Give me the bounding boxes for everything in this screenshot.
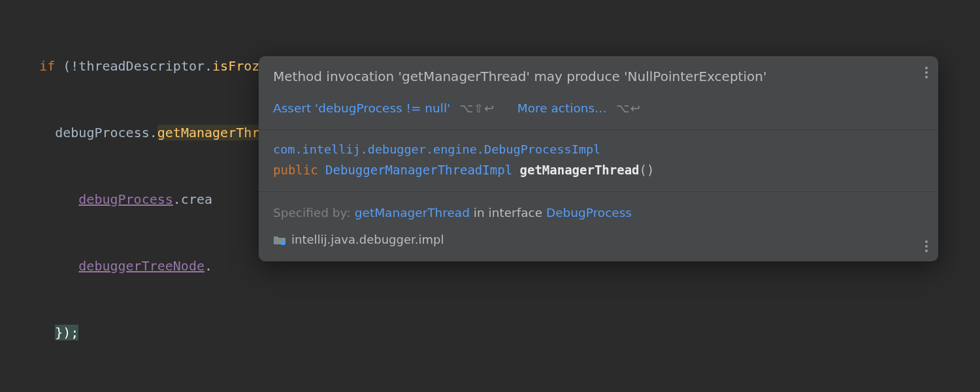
quickfix-more-actions[interactable]: More actions… xyxy=(517,101,607,115)
svg-point-5 xyxy=(925,245,928,248)
popup-warning-section: Method invocation 'getManagerThread' may… xyxy=(259,56,938,130)
more-options-icon[interactable] xyxy=(925,240,928,252)
return-type-link[interactable]: DebuggerManagerThreadImpl xyxy=(325,163,512,177)
specified-by-interface[interactable]: DebugProcess xyxy=(546,206,632,220)
specified-by-method[interactable]: getManagerThread xyxy=(355,206,470,220)
reference-link[interactable]: debuggerTreeNode xyxy=(78,258,204,274)
reference-link[interactable]: debugProcess xyxy=(78,191,173,207)
method-name: getManagerThread xyxy=(520,163,640,177)
bracket-close: }); xyxy=(55,325,78,340)
quickfix-assert[interactable]: Assert 'debugProcess != null' xyxy=(273,101,450,115)
specified-by-label: Specified by: xyxy=(273,206,350,220)
keyword-if: if xyxy=(39,58,55,74)
svg-point-4 xyxy=(925,240,928,243)
module-name: intellij.java.debugger.impl xyxy=(291,230,444,250)
popup-specified-section: Specified by: getManagerThread in interf… xyxy=(259,192,938,262)
doc-qualifier[interactable]: com.intellij.debugger.engine.DebugProces… xyxy=(273,139,924,159)
code-line: }); xyxy=(0,321,980,344)
shortcut-label: ⌥⇧↩ xyxy=(460,101,495,115)
svg-point-1 xyxy=(925,71,928,74)
svg-point-2 xyxy=(925,76,928,78)
popup-doc-section: com.intellij.debugger.engine.DebugProces… xyxy=(259,130,938,192)
inspection-message: Method invocation 'getManagerThread' may… xyxy=(273,65,924,88)
code-line: } xyxy=(0,388,980,392)
svg-rect-3 xyxy=(281,241,285,245)
more-options-icon[interactable] xyxy=(925,67,928,78)
module-folder-icon xyxy=(273,235,286,245)
svg-point-0 xyxy=(925,67,928,69)
inspection-popup: Method invocation 'getManagerThread' may… xyxy=(259,56,938,261)
shortcut-label: ⌥↩ xyxy=(616,101,641,115)
svg-point-6 xyxy=(925,250,928,252)
